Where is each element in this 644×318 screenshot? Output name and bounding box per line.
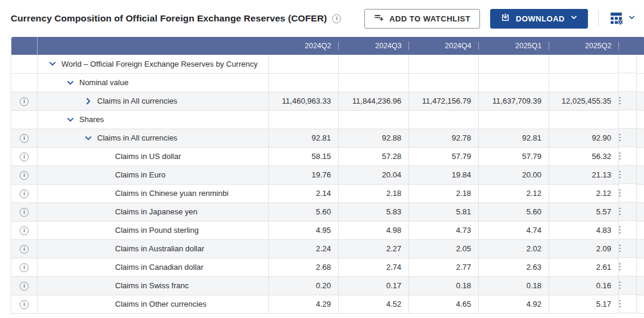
value-cell: 5.83 xyxy=(339,202,409,221)
kebab-menu-icon[interactable] xyxy=(619,263,621,271)
info-circle-icon[interactable]: i xyxy=(20,208,29,217)
chevron-down-icon[interactable] xyxy=(66,116,75,124)
label-cell: Claims in Other currencies xyxy=(38,295,269,313)
label-cell: Claims in Pound sterling xyxy=(38,221,269,239)
kebab-menu-icon[interactable] xyxy=(619,208,621,216)
value-cell xyxy=(409,110,479,129)
row-label: Shares xyxy=(79,115,104,124)
value-cell: 4.92 xyxy=(479,295,549,313)
row-label: Claims in Euro xyxy=(115,170,166,179)
label-cell[interactable]: Claims in All currencies xyxy=(38,129,269,147)
value-cell: 20.00 xyxy=(479,166,549,184)
table-settings-button[interactable] xyxy=(609,10,636,27)
info-cell: i xyxy=(11,276,38,295)
kebab-menu-icon[interactable] xyxy=(619,97,621,105)
info-circle-icon[interactable]: i xyxy=(20,134,29,143)
value-cell: 4.52 xyxy=(339,295,409,313)
label-cell[interactable]: Claims in All currencies xyxy=(38,92,269,110)
label-cell: Claims in Swiss franc xyxy=(38,276,269,295)
table-row: iClaims in All currencies92.8192.8892.78… xyxy=(11,129,644,147)
spacer-column-header xyxy=(637,37,644,55)
download-button[interactable]: DOWNLOAD xyxy=(490,9,588,29)
row-label: Claims in US dollar xyxy=(115,152,181,161)
row-label: Claims in Swiss franc xyxy=(115,281,189,290)
value-cell: 92.78 xyxy=(409,129,479,147)
value-cell: 57.79 xyxy=(409,147,479,166)
actions-cell xyxy=(619,92,637,110)
row-label: Claims in All currencies xyxy=(97,96,177,105)
value-cell: 5.60 xyxy=(269,202,339,221)
label-cell: Claims in Canadian dollar xyxy=(38,258,269,276)
label-cell: Claims in Chinese yuan renminbi xyxy=(38,184,269,202)
value-cell xyxy=(549,110,619,129)
kebab-menu-icon[interactable] xyxy=(619,245,621,252)
value-cell: 2.27 xyxy=(339,239,409,258)
value-cell: 19.84 xyxy=(409,166,479,184)
playlist-add-icon xyxy=(374,13,384,24)
chevron-right-icon[interactable] xyxy=(84,97,92,105)
value-cell: 4.73 xyxy=(409,221,479,239)
row-label: World – Official Foreign Exchange Reserv… xyxy=(61,60,258,68)
value-cell xyxy=(549,73,619,92)
value-cell: 2.14 xyxy=(269,184,339,202)
table-gear-icon xyxy=(609,10,624,27)
page-title: Currency Composition of Official Foreign… xyxy=(11,13,327,24)
kebab-menu-icon[interactable] xyxy=(619,282,621,289)
actions-cell xyxy=(619,184,637,202)
value-cell: 5.60 xyxy=(479,202,549,221)
value-cell: 2.68 xyxy=(269,258,339,276)
info-circle-icon[interactable]: i xyxy=(20,97,29,106)
info-circle-icon[interactable]: i xyxy=(20,226,29,235)
table-row: iClaims in Chinese yuan renminbi2.142.18… xyxy=(11,184,644,202)
actions-cell xyxy=(619,239,637,258)
label-cell: Claims in Australian dollar xyxy=(38,239,269,258)
title-area: Currency Composition of Official Foreign… xyxy=(11,13,341,24)
value-cell xyxy=(409,55,479,73)
chevron-down-icon xyxy=(570,14,578,23)
info-circle-icon[interactable]: i xyxy=(20,300,29,309)
column-header-2024Q2: 2024Q2 xyxy=(269,37,339,55)
info-circle-icon[interactable]: i xyxy=(20,282,29,291)
table-row: iClaims in Japanese yen5.605.835.815.605… xyxy=(11,202,644,221)
value-cell: 2.05 xyxy=(409,239,479,258)
value-cell: 20.04 xyxy=(339,166,409,184)
value-cell xyxy=(479,55,549,73)
spacer-cell xyxy=(637,147,644,166)
value-cell: 2.02 xyxy=(479,239,549,258)
kebab-menu-icon[interactable] xyxy=(619,171,621,179)
toolbar-actions: ADD TO WATCHLIST DOWNLOAD xyxy=(364,9,636,29)
info-circle-icon[interactable]: i xyxy=(20,263,29,272)
value-cell: 92.81 xyxy=(479,129,549,147)
kebab-menu-icon[interactable] xyxy=(619,152,621,160)
table-row: iClaims in All currencies11,460,963.3311… xyxy=(11,92,644,110)
info-cell: i xyxy=(11,258,38,276)
label-cell[interactable]: Nominal value xyxy=(38,73,269,92)
info-circle-icon[interactable]: i xyxy=(332,14,341,23)
info-circle-icon[interactable]: i xyxy=(20,189,29,198)
kebab-menu-icon[interactable] xyxy=(619,134,621,142)
value-cell: 4.98 xyxy=(339,221,409,239)
value-cell: 2.61 xyxy=(549,258,619,276)
label-cell[interactable]: Shares xyxy=(38,110,269,129)
chevron-down-icon[interactable] xyxy=(48,60,57,68)
kebab-menu-icon[interactable] xyxy=(619,189,621,197)
value-cell: 2.77 xyxy=(409,258,479,276)
info-cell: i xyxy=(11,147,38,166)
kebab-menu-icon[interactable] xyxy=(619,226,621,234)
chevron-down-icon[interactable] xyxy=(66,79,75,87)
value-cell: 2.12 xyxy=(479,184,549,202)
info-circle-icon[interactable]: i xyxy=(20,245,29,254)
row-label: Claims in Chinese yuan renminbi xyxy=(115,189,228,198)
value-cell: 92.90 xyxy=(549,129,619,147)
value-cell: 2.12 xyxy=(549,184,619,202)
info-circle-icon[interactable]: i xyxy=(20,152,29,161)
info-circle-icon[interactable]: i xyxy=(20,171,29,180)
column-header-2025Q1: 2025Q1 xyxy=(479,37,549,55)
actions-cell xyxy=(619,73,637,92)
chevron-down-icon[interactable] xyxy=(84,134,92,142)
label-cell[interactable]: World – Official Foreign Exchange Reserv… xyxy=(38,55,269,73)
kebab-menu-icon[interactable] xyxy=(619,300,621,308)
info-column-header xyxy=(11,37,38,55)
actions-cell xyxy=(619,110,637,129)
add-to-watchlist-button[interactable]: ADD TO WATCHLIST xyxy=(364,9,480,29)
